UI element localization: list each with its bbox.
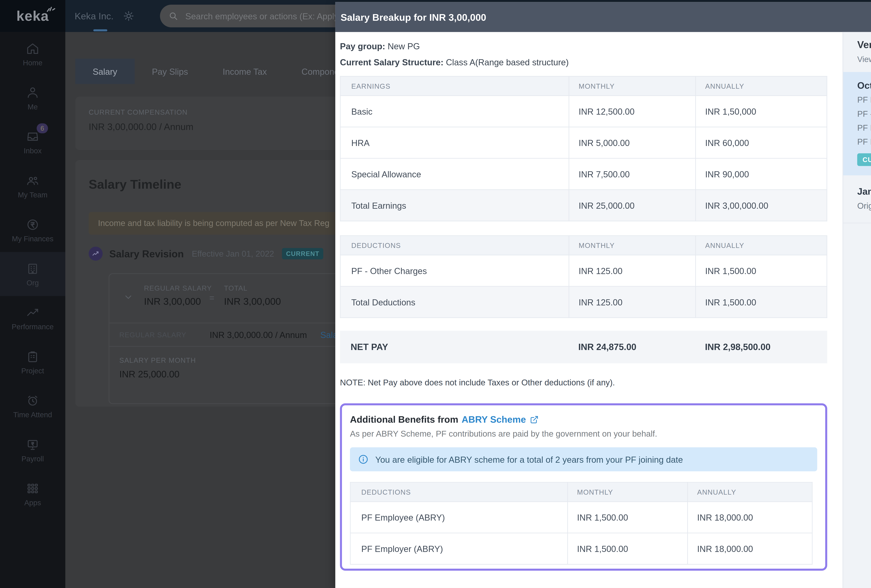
cell: Special Allowance [340, 159, 569, 190]
table-header-row: EARNINGS MONTHLY ANNUALLY [340, 76, 827, 96]
cell: INR 1,500.00 [567, 501, 687, 533]
col-annually: ANNUALLY [696, 76, 827, 96]
sidebar-item-my-finances[interactable]: My Finances [0, 208, 65, 252]
tab-income-tax[interactable]: Income Tax [205, 59, 284, 84]
sidebar-item-time-attend[interactable]: Time Attend [0, 384, 65, 428]
cell: PF Employer (ABRY) [350, 533, 567, 564]
version-history-subtitle: View previous versions of salary structu… [857, 55, 871, 64]
cell: INR 18,000.00 [687, 501, 812, 533]
table-row: PF - Other Charges INR 125.00 INR 1,500.… [340, 255, 827, 286]
row-label: REGULAR SALARY [119, 331, 186, 339]
sidebar-item-label: Home [23, 58, 42, 66]
cell: INR 1,500.00 [567, 533, 687, 564]
inbox-badge: 6 [37, 123, 48, 133]
earnings-table: EARNINGS MONTHLY ANNUALLY Basic INR 12,5… [340, 76, 827, 221]
version-change: PF Employee Component Removed [857, 95, 871, 105]
sidebar: Home Me 6 Inbox My Team My Finances Org … [0, 32, 65, 588]
salary-breakup-link[interactable]: Sala [320, 330, 338, 340]
abry-link-label: ABRY Scheme [462, 414, 526, 425]
cell: PF - Other Charges [340, 255, 569, 286]
cell: HRA [340, 127, 569, 159]
cell: INR 125.00 [569, 286, 695, 317]
org-building-icon [26, 262, 39, 275]
cell: INR 1,50,000 [696, 96, 827, 127]
cell: INR 3,00,000.00 [696, 190, 827, 221]
structure-label: Current Salary Structure: [340, 57, 443, 67]
regular-salary-value: INR 3,00,000 [144, 296, 212, 307]
tab-pay-slips[interactable]: Pay Slips [135, 59, 205, 84]
sidebar-item-project[interactable]: Project [0, 340, 65, 384]
gear-icon[interactable] [123, 10, 134, 21]
keka-logo[interactable]: keka [0, 0, 65, 32]
net-pay-band: NET PAY INR 24,875.00 INR 2,98,500.00 [340, 331, 827, 363]
abry-title: Additional Benefits from ABRY Scheme [350, 414, 817, 425]
version-date: Jan 01, 2022 [857, 186, 871, 197]
abry-title-prefix: Additional Benefits from [350, 414, 458, 425]
version-history-panel: Version History View previous versions o… [843, 32, 871, 588]
table-row: PF Employee (ABRY) INR 1,500.00 INR 18,0… [350, 501, 812, 533]
total-deductions-row: Total Deductions INR 125.00 INR 1,500.00 [340, 286, 827, 317]
net-pay-note: NOTE: Net Pay above does not include Tax… [340, 378, 827, 388]
apps-grid-icon [26, 482, 39, 495]
version-entry-jan-2022[interactable]: Jan 01, 2022 Original salary structure [843, 175, 871, 223]
sidebar-item-label: My Finances [12, 234, 54, 242]
cell: PF Employee (ABRY) [350, 501, 567, 533]
col-earnings: EARNINGS [340, 76, 569, 96]
cell: INR 125.00 [569, 255, 695, 286]
version-history-title: Version History [857, 39, 871, 50]
sidebar-item-org[interactable]: Org [0, 252, 65, 296]
table-row: Special Allowance INR 7,500.00 INR 90,00… [340, 159, 827, 190]
version-entry-oct-2023[interactable]: Oct 01, 2023 PF Employee Component Remov… [843, 72, 871, 175]
cell: INR 18,000.00 [687, 533, 812, 564]
pay-group-line: Pay group: New PG [340, 41, 827, 51]
sidebar-item-label: Performance [12, 322, 54, 330]
modal-header: Salary Breakup for INR 3,00,000 [335, 2, 871, 32]
modal-title: Salary Breakup for INR 3,00,000 [341, 12, 486, 22]
tab-salary[interactable]: Salary [75, 59, 135, 84]
sidebar-item-label: My Team [18, 190, 47, 198]
regular-salary-label: REGULAR SALARY [144, 284, 212, 292]
sidebar-item-inbox[interactable]: 6 Inbox [0, 120, 65, 164]
cell: INR 1,500.00 [696, 255, 827, 286]
col-deductions: DEDUCTIONS [340, 236, 569, 255]
row-value: INR 3,00,000.00 / Annum [210, 330, 307, 340]
person-icon [26, 86, 39, 99]
alarm-clock-icon [26, 394, 39, 407]
salary-tabs: Salary Pay Slips Income Tax Component Cl… [75, 59, 379, 84]
sidebar-item-label: Time Attend [13, 410, 52, 418]
net-pay-monthly: INR 24,875.00 [569, 342, 696, 352]
cell: Total Deductions [340, 286, 569, 317]
external-link-icon [530, 415, 539, 424]
sidebar-item-label: Project [21, 367, 44, 374]
sidebar-item-home[interactable]: Home [0, 32, 65, 76]
col-monthly: MONTHLY [569, 76, 695, 96]
payroll-monitor-icon [26, 438, 39, 451]
pay-group-value: New PG [385, 41, 420, 51]
trend-up-icon [89, 247, 103, 260]
cell: Basic [340, 96, 569, 127]
version-change: PF - Employer Component Removed [857, 109, 871, 119]
structure-line: Current Salary Structure: Class A(Range … [340, 57, 827, 67]
col-monthly: MONTHLY [567, 482, 687, 501]
deductions-table: DEDUCTIONS MONTHLY ANNUALLY PF - Other C… [340, 235, 827, 318]
sidebar-item-payroll[interactable]: Payroll [0, 428, 65, 472]
salary-revision-row: Salary Revision Effective Jan 01, 2022 C… [89, 247, 323, 260]
sidebar-item-performance[interactable]: Performance [0, 296, 65, 340]
sidebar-item-apps[interactable]: Apps [0, 472, 65, 516]
sidebar-item-my-team[interactable]: My Team [0, 164, 65, 208]
total-earnings-row: Total Earnings INR 25,000.00 INR 3,00,00… [340, 190, 827, 221]
cell: INR 60,000 [696, 127, 827, 159]
cell: INR 12,500.00 [569, 96, 695, 127]
abry-scheme-link[interactable]: ABRY Scheme [462, 414, 539, 425]
company-name[interactable]: Keka Inc. [75, 0, 114, 32]
chevron-down-icon [124, 293, 133, 301]
logo-spark-icon [46, 3, 55, 13]
col-annually: ANNUALLY [696, 236, 827, 255]
pay-group-label: Pay group: [340, 41, 385, 51]
table-row: PF Employer (ABRY) INR 1,500.00 INR 18,0… [350, 533, 812, 564]
total-value: INR 3,00,000 [224, 296, 281, 307]
revision-effective-date: Effective Jan 01, 2022 [192, 249, 274, 258]
info-icon [358, 454, 369, 465]
sidebar-item-me[interactable]: Me [0, 76, 65, 120]
current-version-badge: CURRENT VERSION [857, 153, 871, 166]
